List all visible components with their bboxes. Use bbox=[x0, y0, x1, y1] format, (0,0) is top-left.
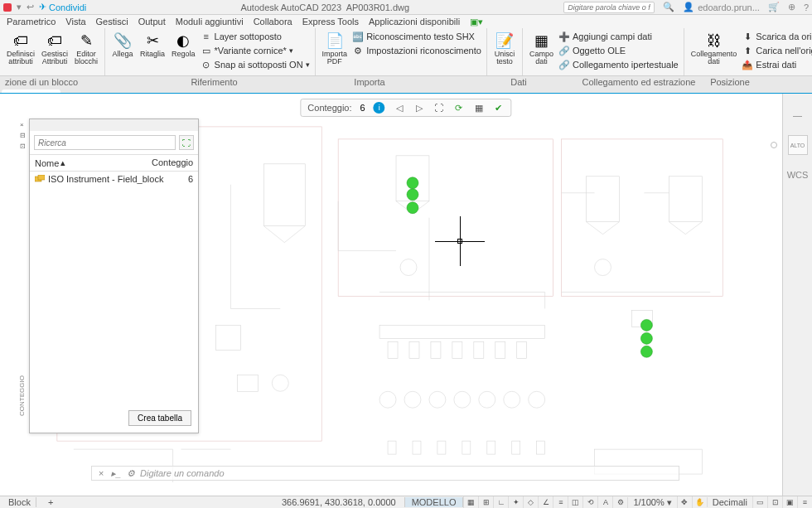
menu-vista[interactable]: Vista bbox=[65, 17, 85, 27]
osnap-icon[interactable]: ◇ bbox=[523, 496, 538, 508]
titlebar-right: 🔍 👤 edoardo.prun... 🛒 ⊕ ? bbox=[563, 2, 809, 13]
canvas[interactable]: Conteggio: 6 i ◁ ▷ ⛶ ⟳ ▦ ✔ × ⊟ ⊡ CONTEGG… bbox=[0, 93, 812, 496]
cmd-settings-icon[interactable]: ⚙ bbox=[125, 467, 137, 479]
count-row[interactable]: ISO Instrument - Field_block 6 bbox=[30, 172, 198, 186]
count-value: 6 bbox=[360, 103, 365, 113]
qat-open-icon[interactable]: ▾ bbox=[17, 2, 22, 12]
count-toolbar: Conteggio: 6 i ◁ ▷ ⛶ ⟳ ▦ ✔ bbox=[300, 99, 511, 117]
upload-source-button[interactable]: ⬆Carica nell'origine bbox=[742, 44, 812, 57]
share-button[interactable]: ✈ Condividi bbox=[39, 2, 86, 12]
svg-point-23 bbox=[404, 391, 421, 408]
col-count-header[interactable]: Conteggio bbox=[152, 157, 193, 168]
expand-icon[interactable]: ⛶ bbox=[433, 102, 445, 114]
polar-icon[interactable]: ✦ bbox=[508, 496, 523, 508]
create-table-button[interactable]: Crea tabella bbox=[128, 410, 191, 426]
snap-mode-icon[interactable]: ⊞ bbox=[478, 496, 493, 508]
data-link-button[interactable]: ⛓ Collegamento dati bbox=[689, 30, 739, 68]
hardware-icon[interactable]: ⊡ bbox=[767, 496, 782, 508]
isolate-icon[interactable]: ▭ bbox=[752, 496, 767, 508]
ole-object-button[interactable]: 🔗Oggetto OLE bbox=[558, 44, 679, 57]
compass-icon[interactable] bbox=[771, 142, 777, 148]
model-space-button[interactable]: MODELLO bbox=[404, 497, 464, 507]
download-source-button[interactable]: ⬇Scarica da origine bbox=[742, 30, 812, 43]
help-search-input[interactable] bbox=[563, 2, 655, 13]
zoom-extents-icon[interactable]: ✥ bbox=[677, 496, 692, 508]
grid-icon[interactable]: ▦ bbox=[463, 496, 478, 508]
svg-point-28 bbox=[529, 391, 545, 408]
pan-icon[interactable]: ✋ bbox=[692, 496, 707, 508]
block-editor-button[interactable]: ✎ Editor blocchi bbox=[73, 30, 99, 68]
titlebar: ▾ ↩ ✈ Condividi Autodesk AutoCAD 2023 AP… bbox=[0, 0, 812, 15]
info-badge-icon[interactable]: i bbox=[374, 102, 385, 114]
zoom-level[interactable]: 1/100% ▾ bbox=[627, 497, 676, 508]
menu-parametrico[interactable]: Parametrico bbox=[7, 17, 56, 27]
command-line[interactable]: × ▸_ ⚙ Digitare un comando bbox=[91, 466, 679, 481]
menu-collabora[interactable]: Collabora bbox=[254, 17, 292, 27]
ribbon-group-reference: 📎 Allega ✂ Ritaglia ◐ Regola ≡Layer sott… bbox=[105, 28, 316, 75]
underlay-layers-button[interactable]: ≡Layer sottoposto bbox=[201, 30, 310, 43]
frame-icon: ▭ bbox=[201, 45, 212, 56]
combine-text-button[interactable]: 📝 Unisci testo bbox=[492, 30, 517, 68]
search-icon[interactable]: 🔍 bbox=[663, 2, 674, 12]
nav-minimize-icon[interactable]: — bbox=[793, 110, 802, 120]
otrack-icon[interactable]: ∠ bbox=[538, 496, 553, 508]
viewcube[interactable]: ALTO bbox=[788, 135, 808, 155]
cart-icon[interactable]: 🛒 bbox=[768, 2, 780, 12]
ortho-icon[interactable]: ∟ bbox=[493, 496, 508, 508]
menu-overflow-icon[interactable]: ▣▾ bbox=[470, 17, 483, 27]
confirm-icon[interactable]: ✔ bbox=[493, 102, 505, 114]
cycling-icon[interactable]: ⟲ bbox=[582, 496, 597, 508]
qat-arrow-icon[interactable]: ↩ bbox=[27, 2, 34, 12]
workspace-icon[interactable]: ⚙ bbox=[612, 496, 627, 508]
refresh-icon[interactable]: ⟳ bbox=[453, 102, 465, 114]
panel-pin-icon[interactable]: ⊟ bbox=[20, 132, 28, 140]
shx-recognition-button[interactable]: 🔤Riconoscimento testo SHX bbox=[352, 30, 481, 43]
count-panel: × ⊟ ⊡ CONTEGGIO ⛶ Nome ▴ Conteggio ISO I… bbox=[29, 119, 199, 433]
transparency-icon[interactable]: ◫ bbox=[568, 496, 582, 508]
customize-icon[interactable]: ≡ bbox=[797, 496, 812, 508]
menu-output[interactable]: Output bbox=[138, 17, 166, 27]
cmd-prompt-icon: ▸_ bbox=[110, 467, 122, 479]
count-search-input[interactable] bbox=[34, 135, 176, 150]
menu-gestisci[interactable]: Gestisci bbox=[96, 17, 128, 27]
import-pdf-button[interactable]: 📄 Importa PDF bbox=[321, 30, 350, 68]
panel-menu-icon[interactable]: ⊡ bbox=[20, 143, 28, 151]
next-icon[interactable]: ▷ bbox=[413, 102, 425, 114]
svg-rect-33 bbox=[487, 441, 495, 454]
help-icon[interactable]: ? bbox=[804, 2, 809, 12]
layout-tab[interactable]: Block bbox=[3, 497, 36, 507]
attach-button[interactable]: 📎 Allega bbox=[110, 30, 135, 60]
cloud-icon[interactable]: ⊕ bbox=[788, 2, 795, 12]
clean-screen-icon[interactable]: ▣ bbox=[782, 496, 797, 508]
cmd-close-icon[interactable]: × bbox=[95, 467, 107, 479]
frame-variant-button[interactable]: ▭*Variante cornice* ▾ bbox=[201, 44, 310, 57]
manage-attributes-button[interactable]: 🏷 Gestisci Attributi bbox=[40, 30, 70, 68]
sort-asc-icon: ▴ bbox=[60, 157, 65, 168]
user-menu[interactable]: 👤 edoardo.prun... bbox=[683, 2, 760, 12]
add-layout-button[interactable]: + bbox=[43, 497, 58, 507]
units-button[interactable]: Decimali bbox=[707, 497, 752, 507]
extract-data-button[interactable]: 📤Estrai dati bbox=[742, 58, 812, 71]
count-search-button[interactable]: ⛶ bbox=[179, 135, 194, 150]
recognition-settings-button[interactable]: ⚙Impostazioni riconoscimento bbox=[352, 44, 481, 57]
define-attributes-button[interactable]: 🏷 Definisci attributi bbox=[5, 30, 36, 68]
menu-moduli[interactable]: Moduli aggiuntivi bbox=[176, 17, 244, 27]
lineweight-icon[interactable]: ≡ bbox=[553, 496, 568, 508]
menu-apps[interactable]: Applicazioni disponibili bbox=[369, 17, 460, 27]
data-field-button[interactable]: ▦ Campo dati bbox=[528, 30, 555, 68]
extract-icon: 📤 bbox=[742, 59, 753, 70]
panel-close-icon[interactable]: × bbox=[20, 121, 28, 129]
table-icon[interactable]: ▦ bbox=[473, 102, 485, 114]
combine-text-icon: 📝 bbox=[494, 31, 515, 50]
col-name-header[interactable]: Nome ▴ bbox=[35, 157, 152, 168]
snap-underlay-button[interactable]: ⊙Snap ai sottoposti ON ▾ bbox=[201, 58, 310, 71]
svg-point-40 bbox=[407, 202, 418, 214]
adjust-button[interactable]: ◐ Regola bbox=[170, 30, 197, 60]
clip-button[interactable]: ✂ Ritaglia bbox=[138, 30, 167, 60]
add-fields-button[interactable]: ➕Aggiungi campi dati bbox=[558, 30, 679, 43]
prev-icon[interactable]: ◁ bbox=[394, 102, 405, 114]
hyperlink-button[interactable]: 🔗Collegamento ipertestuale bbox=[558, 58, 679, 71]
menu-express[interactable]: Express Tools bbox=[302, 17, 359, 27]
annotation-icon[interactable]: A bbox=[597, 496, 612, 508]
link-icon: 🔗 bbox=[558, 59, 570, 70]
